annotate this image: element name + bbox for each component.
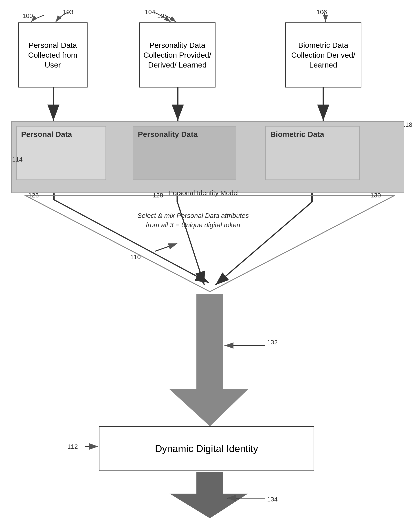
ref-126: 126 [28, 192, 39, 199]
triangle-text: Select & mix Personal Data attributes fr… [137, 211, 249, 230]
box-biometric-label: Biometric Data Collection Derived/ Learn… [289, 40, 357, 70]
personal-identity-model-label: Personal Identity Model [168, 189, 239, 197]
ref-134: 134 [267, 496, 278, 503]
ref-100: 100 [22, 12, 33, 19]
svg-rect-22 [196, 472, 223, 495]
svg-marker-23 [170, 494, 248, 518]
box-personal-label: Personal Data Collected from User [22, 40, 84, 70]
ddi-label: Dynamic Digital Identity [155, 443, 258, 454]
svg-line-19 [155, 244, 177, 251]
ref-103: 103 [63, 9, 73, 16]
ref-110: 110 [130, 253, 141, 261]
ref-112: 112 [67, 443, 78, 450]
data-box-biometric: Biometric Data [265, 126, 360, 180]
box-personality-label: Personality Data Collection Provided/ De… [143, 40, 211, 70]
svg-marker-17 [170, 389, 248, 426]
ref-106: 106 [316, 9, 327, 16]
ref-132: 132 [267, 339, 278, 346]
svg-marker-15 [25, 195, 395, 292]
box-biometric-data: Biometric Data Collection Derived/ Learn… [285, 22, 362, 87]
box-personality-data: Personality Data Collection Provided/ De… [139, 22, 216, 87]
diagram-container: 100 101 103 104 106 Personal Data Collec… [0, 0, 420, 525]
ref-128: 128 [153, 192, 163, 199]
ref-130: 130 [370, 192, 381, 199]
data-personal-label: Personal Data [21, 130, 72, 139]
ref-104: 104 [145, 9, 155, 16]
middle-container: Personal Data Personality Data Biometric… [11, 121, 404, 193]
data-personality-label: Personality Data [138, 130, 198, 139]
data-box-personal: Personal Data [16, 126, 106, 180]
svg-rect-16 [196, 294, 223, 390]
data-box-personality: Personality Data [133, 126, 236, 180]
box-personal-data: Personal Data Collected from User [18, 22, 87, 87]
ref-101: 101 [157, 12, 168, 19]
ref-114: 114 [12, 156, 23, 163]
ddi-box: Dynamic Digital Identity [99, 426, 314, 471]
data-biometric-label: Biometric Data [270, 130, 324, 139]
